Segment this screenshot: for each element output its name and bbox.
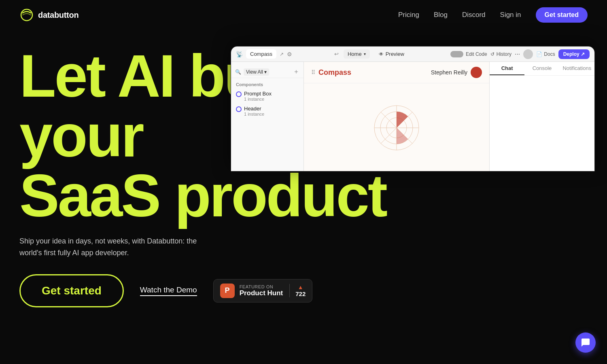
user-avatar-app: [471, 67, 482, 78]
nav-get-started-button[interactable]: Get started: [536, 7, 588, 23]
sidebar-section-label: Components: [231, 80, 304, 89]
history-button[interactable]: ↺ History: [490, 51, 511, 57]
nav-blog[interactable]: Blog: [434, 11, 448, 19]
back-icon[interactable]: ↩: [334, 51, 339, 57]
share-icon: ↗: [280, 51, 284, 57]
product-hunt-votes: ▲ 722: [289, 284, 306, 297]
watch-demo-link[interactable]: Watch the Demo: [140, 286, 197, 296]
home-chevron-icon: ▾: [364, 52, 366, 56]
compass-wheel-svg: [372, 104, 421, 152]
nav-discord[interactable]: Discord: [462, 11, 486, 19]
toolbar-center: ↩ Home ▾ 👁 Preview: [295, 49, 447, 59]
nav-links: Pricing Blog Discord Sign in Get started: [398, 7, 588, 23]
edit-code-toggle[interactable]: Edit Code: [450, 51, 487, 57]
docs-icon: 📄: [536, 51, 542, 57]
grid-icon: ⠿: [311, 69, 315, 76]
app-title-area: ⠿ Compass: [311, 68, 351, 77]
sidebar-item-name-2: Header: [244, 106, 264, 112]
chat-panel: Chat Console Notifications: [489, 62, 594, 171]
chat-tab-console[interactable]: Console: [524, 62, 559, 75]
app-tab[interactable]: Compass: [246, 49, 276, 59]
navbar: databutton Pricing Blog Discord Sign in …: [0, 0, 607, 30]
docs-label: Docs: [544, 51, 555, 57]
brand-name: databutton: [38, 11, 79, 20]
nav-signin[interactable]: Sign in: [500, 11, 521, 19]
toggle-pill[interactable]: [450, 51, 463, 57]
app-visual-area: [304, 83, 489, 171]
hero-get-started-button[interactable]: Get started: [19, 274, 124, 307]
hero-headline-line2: SaaS product: [19, 162, 386, 229]
deploy-button[interactable]: Deploy ↗: [558, 49, 590, 59]
hero-section: Let AI build your SaaS product Ship your…: [0, 30, 607, 307]
chat-fab-icon: [581, 338, 590, 347]
edit-code-label: Edit Code: [466, 51, 487, 57]
home-nav-button[interactable]: Home ▾: [344, 49, 370, 59]
product-hunt-logo: P: [220, 284, 235, 298]
app-sidebar: 🔍 View All ▾ ＋ Components Prompt Box 1 i…: [231, 62, 304, 171]
sidebar-item-text: Prompt Box 1 instance: [244, 91, 272, 102]
toolbar-left: 📡 Compass ↗ ⚙: [236, 49, 292, 59]
sidebar-search-icon: 🔍: [235, 69, 241, 75]
logo-area[interactable]: databutton: [19, 8, 79, 22]
app-main-title: Compass: [318, 68, 351, 77]
view-all-selector[interactable]: View All ▾: [244, 68, 269, 76]
app-wifi-icon: 📡: [236, 51, 243, 57]
sidebar-item-name: Prompt Box: [244, 91, 272, 97]
nav-pricing[interactable]: Pricing: [398, 11, 419, 19]
preview-label: Preview: [386, 51, 404, 57]
product-hunt-name: Product Hunt: [240, 289, 283, 297]
hero-subtext: Ship your idea in days, not weeks, with …: [19, 235, 197, 259]
sidebar-search-row: 🔍 View All ▾ ＋: [231, 66, 304, 78]
logo-icon: [19, 8, 34, 22]
app-main-header: ⠿ Compass Stephen Reilly: [304, 62, 489, 83]
toolbar-right: Edit Code ↺ History ··· 📄 Docs Deploy ↗: [450, 49, 590, 59]
sidebar-add-icon[interactable]: ＋: [293, 68, 299, 76]
chat-tab-chat[interactable]: Chat: [490, 62, 524, 75]
app-tab-label: Compass: [250, 51, 272, 57]
app-main-area: ⠿ Compass Stephen Reilly: [304, 62, 489, 171]
chat-tab-notifications[interactable]: Notifications: [560, 62, 594, 75]
product-hunt-featured-label: FEATURED ON: [240, 284, 283, 289]
app-toolbar: 📡 Compass ↗ ⚙ ↩ Home ▾ 👁 Preview: [231, 47, 594, 62]
product-hunt-vote-count: 722: [295, 290, 306, 297]
home-nav-label: Home: [348, 51, 362, 57]
hero-actions: Get started Watch the Demo P FEATURED ON…: [19, 274, 588, 307]
app-preview-window: 📡 Compass ↗ ⚙ ↩ Home ▾ 👁 Preview: [231, 46, 595, 171]
sidebar-item-icon-2: [236, 106, 242, 112]
user-avatar: [523, 49, 533, 59]
app-content: 🔍 View All ▾ ＋ Components Prompt Box 1 i…: [231, 62, 594, 171]
view-all-label: View All: [246, 69, 263, 75]
chat-tabs: Chat Console Notifications: [490, 62, 594, 76]
eye-icon: 👁: [379, 51, 384, 57]
history-icon: ↺: [490, 51, 495, 57]
more-options-icon[interactable]: ···: [515, 51, 520, 58]
product-hunt-badge[interactable]: P FEATURED ON Product Hunt ▲ 722: [213, 279, 313, 303]
docs-button[interactable]: 📄 Docs: [536, 51, 555, 57]
upvote-arrow-icon: ▲: [298, 284, 304, 290]
preview-button[interactable]: 👁 Preview: [375, 49, 408, 59]
settings-icon: ⚙: [287, 51, 292, 57]
sidebar-item-sub-2: 1 instance: [244, 112, 264, 116]
view-all-chevron: ▾: [264, 69, 267, 75]
history-label: History: [497, 51, 511, 57]
sidebar-item-icon: [236, 91, 242, 97]
chat-fab-button[interactable]: [575, 332, 596, 353]
user-name: Stephen Reilly: [431, 69, 467, 76]
sidebar-item-header[interactable]: Header 1 instance: [231, 104, 304, 119]
app-user-area: Stephen Reilly: [431, 67, 482, 78]
product-hunt-text: FEATURED ON Product Hunt: [240, 284, 283, 297]
sidebar-item-prompt-box[interactable]: Prompt Box 1 instance: [231, 89, 304, 104]
sidebar-item-text-2: Header 1 instance: [244, 106, 264, 116]
sidebar-item-sub: 1 instance: [244, 97, 272, 102]
